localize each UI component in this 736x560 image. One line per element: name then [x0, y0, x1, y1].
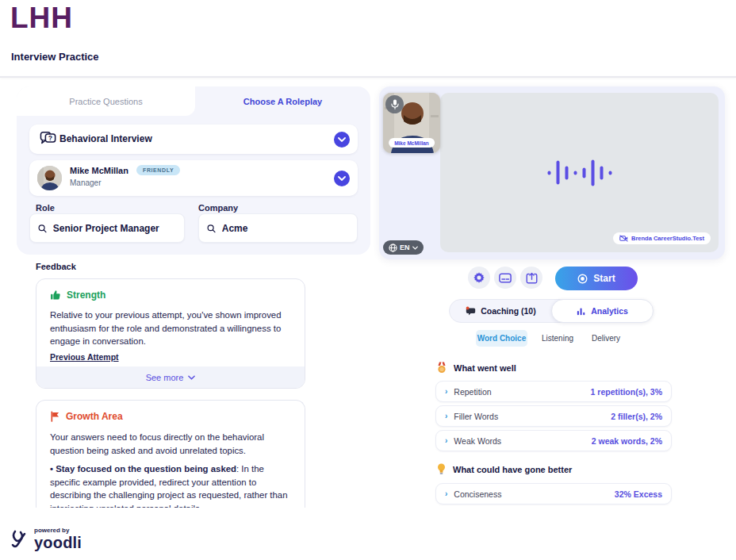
went-well-header: What went well: [437, 362, 516, 374]
chevron-right-icon: ›: [445, 436, 447, 445]
expand-persona-button[interactable]: [334, 171, 350, 186]
strength-card: Strength Relative to your previous attem…: [36, 278, 305, 389]
chevron-down-icon: [412, 246, 418, 250]
growth-bullet-bold: • Stay focused on the question being ask…: [50, 464, 236, 474]
flag-icon: [50, 411, 60, 422]
see-more-label: See more: [146, 373, 184, 382]
strength-heading: Strength: [67, 290, 105, 301]
search-icon: [207, 224, 216, 233]
metric-value: 1 repetition(s), 3%: [591, 387, 662, 397]
feedback-section-title: Feedback: [36, 262, 76, 271]
chevron-right-icon: ›: [445, 412, 447, 420]
chevron-down-icon: [188, 375, 195, 380]
voice-caption-pill: Brenda CareerStudio.Test: [613, 232, 711, 244]
role-search-field[interactable]: [29, 213, 185, 243]
search-icon: [38, 224, 47, 233]
metric-value: 2 filler(s), 2%: [611, 412, 662, 421]
settings-button[interactable]: [468, 267, 490, 289]
previous-attempt-link[interactable]: Previous Attempt: [50, 352, 119, 362]
metric-row-weak-words[interactable]: › Weak Words 2 weak words, 2%: [435, 430, 672, 451]
lhh-logo: LHH: [10, 2, 73, 35]
interview-type-label: Behavioral Interview: [59, 133, 152, 144]
start-label: Start: [593, 273, 615, 284]
svg-text:?: ?: [48, 135, 52, 142]
interview-type-selector[interactable]: ? Behavioral Interview: [29, 125, 358, 154]
medal-icon: [437, 362, 447, 374]
chevron-right-icon: ›: [445, 387, 447, 396]
see-more-button[interactable]: See more: [36, 366, 305, 388]
persona-selector[interactable]: Mike McMillan FRIENDLY Manager: [29, 160, 358, 196]
language-selector[interactable]: EN: [383, 240, 424, 255]
video-off-icon: [619, 235, 628, 242]
metric-value: 2 weak words, 2%: [592, 436, 662, 446]
record-icon: [577, 274, 588, 284]
tab-coaching[interactable]: Coaching (10): [450, 300, 552, 322]
metric-label: Conciseness: [454, 489, 501, 499]
analytics-bars-icon: [577, 306, 586, 316]
metric-label: Weak Words: [454, 436, 501, 446]
header-divider: [0, 76, 736, 78]
growth-heading: Growth Area: [66, 411, 123, 422]
metric-row-conciseness[interactable]: › Conciseness 32% Excess: [435, 483, 672, 504]
tab-analytics[interactable]: Analytics: [551, 299, 654, 323]
speaker-video-thumbnail: Mike McMillan: [383, 93, 440, 153]
growth-body: Your answers need to focus directly on t…: [50, 431, 293, 457]
persona-avatar: [37, 166, 62, 190]
roleplay-panel: Practice Questions Choose A Roleplay ? B…: [17, 86, 370, 255]
metric-row-filler-words[interactable]: › Filler Words 2 filler(s), 2%: [435, 405, 672, 427]
yoodli-brand: powered by yoodli: [10, 525, 82, 550]
tab-choose-a-roleplay[interactable]: Choose A Roleplay: [195, 86, 370, 116]
interview-practice-page: LHH Interview Practice Practice Question…: [0, 0, 736, 560]
went-well-heading: What went well: [454, 363, 516, 373]
metric-row-repetition[interactable]: › Repetition 1 repetition(s), 3%: [435, 381, 672, 402]
metric-value: 32% Excess: [615, 489, 662, 499]
company-search-field[interactable]: [198, 213, 358, 243]
persona-title: Manager: [70, 178, 101, 187]
video-stage-card: Brenda CareerStudio.Test: [379, 86, 725, 259]
coaching-label: Coaching (10): [481, 306, 535, 316]
growth-area-card: Growth Area Your answers need to focus d…: [36, 400, 305, 508]
question-bubbles-icon: ?: [40, 131, 57, 150]
subtab-delivery[interactable]: Delivery: [592, 334, 620, 343]
company-input[interactable]: [222, 223, 349, 234]
captions-button[interactable]: [494, 267, 516, 289]
analytics-label: Analytics: [591, 306, 628, 316]
subtab-word-choice[interactable]: Word Choice: [476, 330, 527, 347]
strength-body: Relative to your previous attempt, you'v…: [50, 309, 293, 348]
role-input[interactable]: [53, 223, 176, 234]
growth-bullet: • Stay focused on the question being ask…: [50, 462, 293, 508]
yoodli-wordmark: yoodli: [34, 535, 82, 550]
chevron-right-icon: ›: [445, 489, 447, 498]
chevron-down-icon: [338, 176, 346, 181]
expand-interview-type-button[interactable]: [334, 132, 350, 148]
persona-name: Mike McMillan: [70, 166, 128, 175]
globe-icon: [389, 244, 397, 252]
captions-icon: [499, 273, 512, 283]
coaching-chat-icon: [466, 306, 476, 316]
company-label: Company: [198, 203, 238, 213]
tab-practice-questions[interactable]: Practice Questions: [17, 86, 195, 116]
waveform: [547, 159, 611, 186]
page-title: Interview Practice: [11, 51, 99, 63]
microphone-icon: [391, 99, 399, 109]
powered-by-label: powered by: [34, 527, 82, 534]
yoodli-logo-icon: [10, 525, 29, 550]
chevron-down-icon: [338, 137, 346, 142]
subtab-listening[interactable]: Listening: [542, 334, 573, 343]
mic-button[interactable]: [385, 95, 404, 113]
thumbs-up-icon: [50, 290, 61, 301]
metric-label: Repetition: [454, 387, 491, 397]
metric-label: Filler Words: [454, 412, 498, 421]
upload-icon: [526, 272, 538, 284]
caption-label: Brenda CareerStudio.Test: [631, 235, 704, 242]
role-label: Role: [36, 203, 55, 213]
audio-stage: Brenda CareerStudio.Test: [440, 93, 719, 252]
gone-better-header: What could have gone better: [437, 463, 572, 475]
lightbulb-icon: [437, 463, 446, 475]
insights-tab-bar: Coaching (10) Analytics: [449, 299, 652, 323]
gear-icon: [473, 271, 485, 284]
persona-badge: FRIENDLY: [136, 165, 180, 175]
speaker-name-pill: Mike McMillan: [389, 138, 435, 148]
start-button[interactable]: Start: [555, 267, 638, 290]
share-button[interactable]: [520, 267, 542, 289]
